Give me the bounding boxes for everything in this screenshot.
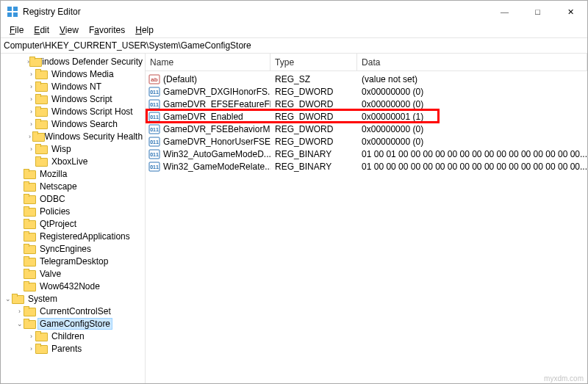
folder-icon xyxy=(35,69,47,79)
tree-item[interactable]: ›Windows Defender Security Ce xyxy=(1,55,145,68)
value-row[interactable]: 011GameDVR_DXGIHonorFS...REG_DWORD0x0000… xyxy=(146,85,587,98)
tree-item[interactable]: Netscape xyxy=(1,180,145,192)
value-row[interactable]: ab(Default)REG_SZ(value not set) xyxy=(146,73,587,85)
titlebar: Registry Editor ― □ ✕ xyxy=(1,1,587,23)
value-name: (Default) xyxy=(163,74,197,84)
tree-item[interactable]: ›Wisp xyxy=(1,142,145,155)
value-data: 0x00000000 (0) xyxy=(357,137,587,147)
svg-text:011: 011 xyxy=(150,102,159,107)
value-row[interactable]: 011GameDVR_HonorUserFSE...REG_DWORD0x000… xyxy=(146,135,587,148)
folder-icon xyxy=(35,331,47,341)
svg-text:011: 011 xyxy=(150,164,159,170)
value-data: 0x00000000 (0) xyxy=(357,87,587,97)
menubar: File Edit View Favorites Help xyxy=(1,23,587,37)
value-row[interactable]: 011GameDVR_FSEBehaviorM...REG_DWORD0x000… xyxy=(146,123,587,135)
string-value-icon: ab xyxy=(148,73,160,85)
expander-icon[interactable]: ⌄ xyxy=(4,295,12,303)
tree-item[interactable]: ⌄GameConfigStore xyxy=(1,317,145,330)
folder-icon xyxy=(12,294,24,303)
tree-item[interactable]: Wow6432Node xyxy=(1,280,145,292)
close-button[interactable]: ✕ xyxy=(554,1,587,23)
folder-icon xyxy=(24,181,35,191)
tree-label: ODBC xyxy=(37,193,68,205)
tree-label: SyncEngines xyxy=(37,243,93,255)
tree-item[interactable]: ›Windows Security Health xyxy=(1,130,145,142)
expander-icon[interactable]: › xyxy=(27,345,35,352)
tree-label: Wisp xyxy=(49,143,74,155)
tree-item[interactable]: XboxLive xyxy=(1,155,145,167)
app-icon xyxy=(7,6,18,18)
minimize-button[interactable]: ― xyxy=(488,1,521,23)
column-name[interactable]: Name xyxy=(146,54,270,70)
tree-item[interactable]: ›Windows NT xyxy=(1,80,145,93)
folder-icon xyxy=(35,344,47,353)
tree-item[interactable]: TelegramDesktop xyxy=(1,255,145,267)
tree-item[interactable]: ›Parents xyxy=(1,342,145,355)
tree-item[interactable]: SyncEngines xyxy=(1,242,145,255)
binary-value-icon: 011 xyxy=(148,111,160,123)
tree-item[interactable]: Mozilla xyxy=(1,167,145,180)
menu-help[interactable]: Help xyxy=(131,23,158,37)
menu-edit[interactable]: Edit xyxy=(29,23,54,37)
svg-text:011: 011 xyxy=(150,152,159,157)
tree-label: Windows Security Health xyxy=(43,131,145,142)
tree-item[interactable]: ›Children xyxy=(1,330,145,342)
maximize-button[interactable]: □ xyxy=(521,1,554,23)
expander-icon[interactable]: ⌄ xyxy=(15,320,24,327)
tree-item[interactable]: ›Windows Script xyxy=(1,93,145,105)
tree-item[interactable]: ›Windows Search xyxy=(1,117,145,130)
tree-item[interactable]: Valve xyxy=(1,267,145,280)
column-data[interactable]: Data xyxy=(357,54,587,70)
tree-label: Windows Script xyxy=(49,93,115,105)
tree-item[interactable]: ⌄System xyxy=(1,292,145,305)
folder-icon xyxy=(35,144,47,153)
svg-text:ab: ab xyxy=(151,76,157,83)
value-row[interactable]: 011Win32_GameModeRelate...REG_BINARY01 0… xyxy=(146,160,587,173)
expander-icon[interactable]: › xyxy=(27,120,35,128)
folder-icon xyxy=(24,269,35,278)
svg-text:011: 011 xyxy=(150,140,159,145)
menu-view[interactable]: View xyxy=(55,23,83,37)
value-data: 0x00000001 (1) xyxy=(357,112,587,122)
value-data: (value not set) xyxy=(357,74,587,84)
expander-icon[interactable]: › xyxy=(27,108,35,115)
address-bar xyxy=(1,37,587,54)
window-controls: ― □ ✕ xyxy=(488,1,587,23)
tree-label: Windows Defender Security Ce xyxy=(32,56,146,68)
tree-view[interactable]: ›Windows Defender Security Ce›Windows Me… xyxy=(1,54,146,383)
tree-item[interactable]: Policies xyxy=(1,205,145,217)
menu-favorites[interactable]: Favorites xyxy=(85,23,129,37)
folder-icon xyxy=(24,231,35,241)
folder-icon xyxy=(35,156,47,166)
value-type: REG_SZ xyxy=(270,74,357,84)
value-row[interactable]: 011GameDVR_EFSEFeatureFl...REG_DWORD0x00… xyxy=(146,98,587,110)
expander-icon[interactable]: › xyxy=(15,308,24,315)
address-input[interactable] xyxy=(4,40,584,51)
tree-item[interactable]: QtProject xyxy=(1,217,145,230)
column-type[interactable]: Type xyxy=(270,54,357,70)
expander-icon[interactable]: › xyxy=(27,333,35,340)
tree-label: Netscape xyxy=(37,181,79,192)
tree-label: XboxLive xyxy=(49,156,90,167)
tree-label: Windows Script Host xyxy=(49,106,135,117)
tree-item[interactable]: ›CurrentControlSet xyxy=(1,305,145,317)
expander-icon[interactable]: › xyxy=(27,83,35,90)
expander-icon[interactable]: › xyxy=(27,95,35,103)
tree-item[interactable]: ›Windows Media xyxy=(1,68,145,80)
tree-label: Wow6432Node xyxy=(37,280,102,292)
value-type: REG_BINARY xyxy=(270,162,357,172)
list-view: Name Type Data ab(Default)REG_SZ(value n… xyxy=(146,54,587,383)
tree-item[interactable]: RegisteredApplications xyxy=(1,230,145,242)
expander-icon[interactable]: › xyxy=(27,133,32,140)
list-body[interactable]: ab(Default)REG_SZ(value not set)011GameD… xyxy=(146,71,587,173)
expander-icon[interactable]: › xyxy=(27,145,35,153)
svg-text:011: 011 xyxy=(150,115,159,120)
value-row[interactable]: 011Win32_AutoGameModeD...REG_BINARY01 00… xyxy=(146,148,587,160)
tree-item[interactable]: ›Windows Script Host xyxy=(1,105,145,117)
expander-icon[interactable]: › xyxy=(27,70,35,78)
menu-file[interactable]: File xyxy=(5,23,28,37)
tree-item[interactable]: ODBC xyxy=(1,192,145,205)
value-type: REG_DWORD xyxy=(270,112,357,122)
folder-icon xyxy=(32,131,40,141)
value-row[interactable]: 011GameDVR_EnabledREG_DWORD0x00000001 (1… xyxy=(146,110,587,123)
